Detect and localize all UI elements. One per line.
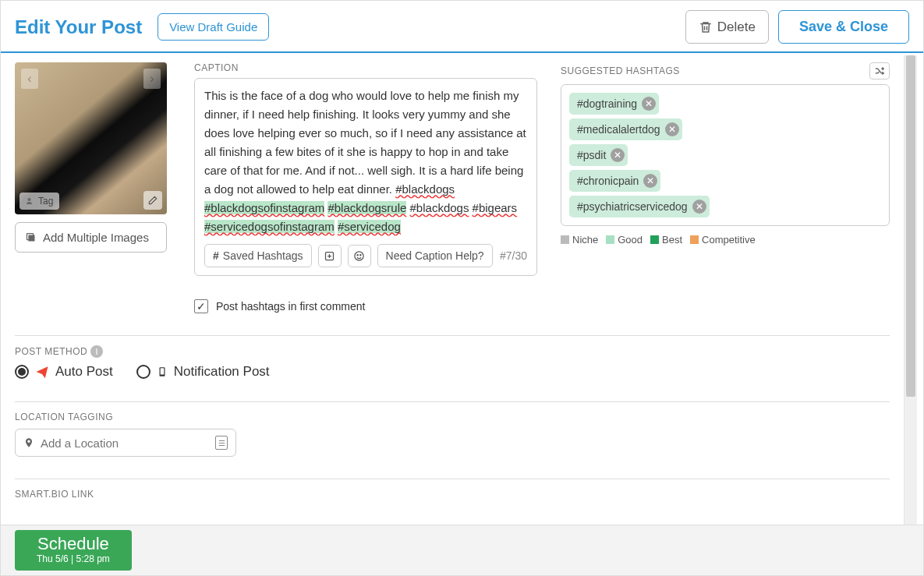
delete-button[interactable]: Delete: [685, 10, 769, 44]
caption-hashtag: #blackdogs: [395, 182, 455, 196]
footer: Schedule Thu 5/6 | 5:28 pm: [1, 525, 923, 575]
schedule-label: Schedule: [37, 535, 110, 553]
remove-chip-icon[interactable]: ✕: [611, 148, 625, 162]
scrollbar[interactable]: [904, 55, 917, 573]
saved-hashtags-button[interactable]: # Saved Hashtags: [204, 244, 312, 267]
notification-post-label: Notification Post: [174, 364, 270, 380]
divider: [15, 335, 890, 336]
location-label: LOCATION TAGGING: [15, 412, 890, 422]
scrollbar-thumb[interactable]: [906, 55, 915, 397]
radio-icon: [15, 365, 29, 379]
post-image[interactable]: ‹ › Tag: [15, 62, 167, 214]
suggested-hashtags-box: #dogtraining✕ #medicalalertdog✕ #psdit✕ …: [561, 84, 890, 226]
chip-list: #dogtraining✕ #medicalalertdog✕ #psdit✕ …: [569, 93, 881, 217]
svg-point-4: [355, 251, 363, 260]
caption-hashtag: #servicedogsofinstagram: [204, 220, 335, 233]
hashtag-chip[interactable]: #medicalalertdog✕: [569, 118, 682, 140]
first-comment-row: ✓ Post hashtags in first comment: [194, 299, 890, 313]
legend-niche: Niche: [561, 234, 598, 246]
legend-good: Good: [606, 234, 643, 246]
chip-text: #chronicpain: [577, 175, 639, 187]
suggested-label: SUGGESTED HASHTAGS: [561, 65, 680, 76]
first-comment-label: Post hashtags in first comment: [216, 300, 365, 313]
phone-icon: [157, 365, 168, 379]
chip-text: #dogtraining: [577, 97, 637, 110]
legend-competitive: Competitive: [690, 234, 756, 246]
add-images-label: Add Multiple Images: [43, 231, 149, 244]
first-comment-checkbox[interactable]: ✓: [194, 299, 208, 313]
page-title: Edit Your Post: [15, 16, 142, 38]
scroll-area: ‹ › Tag: [1, 53, 923, 575]
copy-icon: [25, 231, 37, 243]
edit-image-button[interactable]: [143, 191, 162, 210]
svg-rect-1: [28, 235, 34, 241]
remove-chip-icon[interactable]: ✕: [665, 122, 679, 136]
edit-post-window: Edit Your Post View Draft Guide Delete S…: [0, 0, 924, 576]
caption-hashtag: #servicedog: [338, 220, 401, 233]
caption-box: This is the face of a dog who would love…: [194, 78, 537, 276]
contacts-icon[interactable]: ☰: [215, 436, 228, 450]
add-multiple-images-button[interactable]: Add Multiple Images: [15, 222, 167, 253]
caption-hashtag: #bigears: [473, 201, 518, 214]
hashtag-legend: Niche Good Best Competitive: [561, 234, 890, 246]
remove-chip-icon[interactable]: ✕: [643, 174, 657, 188]
divider: [15, 401, 890, 402]
schedule-button[interactable]: Schedule Thu 5/6 | 5:28 pm: [15, 530, 132, 571]
shuffle-hashtags-button[interactable]: [869, 62, 890, 80]
caption-hashtag: #blackdogsrule: [327, 201, 406, 214]
save-close-button[interactable]: Save & Close: [778, 10, 909, 44]
hashtag-chip[interactable]: #dogtraining✕: [569, 93, 659, 115]
next-image-button[interactable]: ›: [143, 69, 161, 89]
svg-point-5: [357, 254, 358, 255]
post-method-text: POST METHOD: [15, 346, 87, 357]
caption-body: This is the face of a dog who would love…: [204, 89, 526, 196]
trash-icon: [699, 20, 713, 34]
auto-post-option[interactable]: Auto Post: [15, 364, 113, 380]
caption-label: CAPTION: [194, 62, 537, 73]
remove-chip-icon[interactable]: ✕: [642, 97, 656, 111]
location-input-wrap[interactable]: ☰: [15, 429, 236, 457]
svg-point-0: [28, 198, 31, 201]
notification-post-option[interactable]: Notification Post: [136, 364, 270, 380]
radio-icon: [136, 365, 150, 379]
user-tag-icon: [26, 196, 35, 206]
post-method-options: Auto Post Notification Post: [15, 364, 890, 380]
divider: [15, 479, 890, 479]
shuffle-icon: [874, 65, 885, 76]
schedule-time: Thu 5/6 | 5:28 pm: [37, 553, 110, 564]
hashtag-chip[interactable]: #chronicpain✕: [569, 170, 660, 192]
emoji-button[interactable]: [348, 245, 371, 267]
saved-hashtags-label: Saved Hashtags: [223, 249, 303, 262]
caption-hashtag: #blackdogsofinstagram: [204, 201, 324, 214]
post-method-label: POST METHOD i: [15, 345, 890, 358]
hashtag-chip[interactable]: #psdit✕: [569, 144, 628, 166]
tag-label: Tag: [38, 196, 53, 207]
tag-people-button[interactable]: Tag: [19, 193, 59, 210]
delete-label: Delete: [717, 19, 756, 35]
info-icon[interactable]: i: [90, 345, 103, 358]
location-input[interactable]: [41, 436, 209, 450]
view-draft-guide-button[interactable]: View Draft Guide: [158, 13, 269, 41]
smartbio-label: SMART.BIO LINK: [15, 489, 890, 500]
image-column: ‹ › Tag: [15, 62, 171, 253]
pin-icon: [23, 436, 34, 449]
hashtag-icon: #: [213, 249, 219, 262]
top-row: ‹ › Tag: [15, 62, 890, 276]
paper-plane-icon: [35, 365, 49, 379]
legend-best: Best: [650, 234, 682, 246]
prev-image-button[interactable]: ‹: [21, 69, 38, 89]
auto-post-label: Auto Post: [55, 364, 113, 380]
hashtag-chip[interactable]: #psychiatricservicedog✕: [569, 196, 710, 217]
chip-text: #psdit: [577, 149, 606, 161]
hashtag-counter: #7/30: [500, 249, 527, 262]
header: Edit Your Post View Draft Guide Delete S…: [1, 1, 923, 53]
svg-point-6: [360, 254, 361, 255]
caption-toolbar: # Saved Hashtags Need Caption Help? #7/3…: [204, 244, 527, 267]
caption-textarea[interactable]: This is the face of a dog who would love…: [204, 87, 527, 236]
insert-hashtag-button[interactable]: [318, 245, 342, 267]
svg-rect-8: [160, 368, 164, 374]
caption-hashtag: #blackdogs: [410, 201, 469, 214]
caption-help-button[interactable]: Need Caption Help?: [377, 244, 493, 267]
remove-chip-icon[interactable]: ✕: [692, 200, 706, 214]
chip-text: #psychiatricservicedog: [577, 200, 688, 213]
